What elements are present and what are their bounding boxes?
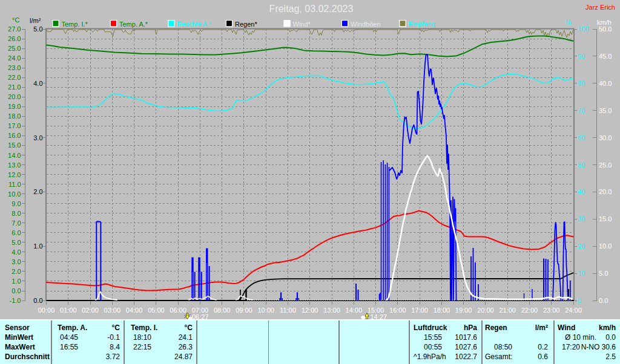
svg-text:0.0: 0.0 (599, 297, 608, 304)
svg-text:30: 30 (578, 215, 585, 223)
svg-text:5.0: 5.0 (33, 25, 42, 33)
svg-text:2.0: 2.0 (33, 188, 42, 195)
svg-text:1.0: 1.0 (33, 242, 42, 250)
svg-text:19:00: 19:00 (455, 307, 472, 314)
svg-text:24.87: 24.87 (174, 353, 193, 361)
svg-text:1027.6: 1027.6 (455, 343, 477, 351)
svg-text:0.0: 0.0 (33, 297, 42, 304)
svg-text:0.6: 0.6 (538, 353, 548, 361)
svg-text:20.0: 20.0 (599, 188, 612, 195)
svg-text:4.0: 4.0 (33, 80, 42, 87)
svg-text:10: 10 (578, 270, 585, 277)
svg-text:16:55: 16:55 (60, 343, 78, 351)
svg-text:45.0: 45.0 (599, 53, 612, 60)
svg-text:25.0: 25.0 (599, 161, 612, 169)
svg-text:26.0: 26.0 (8, 35, 21, 42)
svg-text:23:00: 23:00 (543, 307, 560, 314)
svg-text:Regen*: Regen* (235, 21, 257, 28)
svg-text:10:00: 10:00 (257, 307, 274, 314)
svg-text:10.0: 10.0 (599, 242, 612, 250)
svg-text:80: 80 (578, 80, 585, 87)
svg-text:Temp. A.: Temp. A. (58, 323, 87, 332)
svg-text:09:00: 09:00 (236, 307, 252, 314)
svg-text:17:00: 17:00 (411, 307, 428, 314)
svg-text:60: 60 (578, 134, 585, 141)
svg-text:3.0: 3.0 (33, 134, 42, 141)
svg-text:Empfang: Empfang (409, 21, 435, 28)
svg-text:Feuchte A.*: Feuchte A.* (177, 21, 213, 28)
svg-text:11:00: 11:00 (280, 307, 296, 314)
svg-text:05:00: 05:00 (148, 307, 165, 314)
svg-text:90: 90 (578, 53, 585, 60)
svg-text:00:55: 00:55 (424, 343, 442, 351)
svg-text:15:55: 15:55 (424, 333, 442, 342)
svg-text:18:10: 18:10 (133, 333, 151, 342)
svg-text:27.0: 27.0 (8, 25, 21, 33)
svg-text:Temp. A.*: Temp. A.* (119, 21, 148, 28)
svg-text:0: 0 (578, 297, 581, 304)
svg-text:19.0: 19.0 (8, 103, 21, 110)
svg-text:%: % (566, 19, 572, 26)
svg-text:21.0: 21.0 (8, 83, 21, 91)
svg-text:12:00: 12:00 (302, 307, 318, 314)
svg-text:1.0: 1.0 (12, 278, 21, 285)
svg-text:Gesamt:: Gesamt: (485, 353, 512, 361)
svg-text:Windböen: Windböen (351, 21, 381, 28)
svg-text:0.0: 0.0 (605, 333, 616, 342)
svg-text:Wind*: Wind* (293, 21, 311, 28)
svg-text:20: 20 (578, 242, 585, 250)
svg-text:Freitag, 03.02.2023: Freitag, 03.02.2023 (269, 4, 354, 14)
svg-text:l/m²: l/m² (30, 17, 41, 24)
svg-text:0.0: 0.0 (12, 287, 21, 294)
svg-text:11.0: 11.0 (8, 181, 21, 188)
svg-text:18.0: 18.0 (8, 112, 21, 120)
svg-text:30.0: 30.0 (599, 134, 612, 141)
svg-text:Temp. I.*: Temp. I.* (62, 21, 88, 28)
svg-text:12.0: 12.0 (8, 171, 21, 178)
svg-text:15.0: 15.0 (599, 215, 612, 223)
svg-text:km/h: km/h (597, 19, 612, 26)
svg-text:04:00: 04:00 (126, 307, 143, 314)
svg-text:3.72: 3.72 (106, 353, 120, 361)
svg-text:16.0: 16.0 (8, 132, 21, 139)
svg-text:15.0: 15.0 (8, 141, 21, 149)
svg-text:6.0: 6.0 (12, 229, 21, 236)
svg-text:22:15: 22:15 (133, 343, 151, 351)
svg-text:00:00: 00:00 (38, 307, 55, 314)
svg-text:35.0: 35.0 (599, 107, 612, 114)
svg-text:17:20: 17:20 (562, 343, 580, 351)
svg-text:01:00: 01:00 (60, 307, 77, 314)
svg-text:5.0: 5.0 (599, 270, 608, 277)
svg-text:24:00: 24:00 (565, 307, 582, 314)
svg-text:03:00: 03:00 (104, 307, 121, 314)
svg-text:20:00: 20:00 (477, 307, 494, 314)
svg-text:Durchschnitt: Durchschnitt (5, 353, 50, 361)
svg-text:2.5: 2.5 (605, 353, 616, 361)
svg-text:Sensor: Sensor (5, 323, 30, 332)
svg-text:Luftdruck: Luftdruck (414, 323, 447, 332)
svg-text:1022.7: 1022.7 (455, 353, 477, 361)
svg-text:13.0: 13.0 (8, 161, 21, 169)
svg-text:100: 100 (578, 25, 589, 33)
svg-text:°C: °C (12, 16, 19, 24)
svg-text:13:00: 13:00 (323, 307, 340, 314)
svg-text:3.0: 3.0 (12, 258, 21, 265)
svg-text:06:27: 06:27 (192, 313, 209, 320)
svg-text:14:00: 14:00 (346, 307, 363, 314)
svg-text:08:00: 08:00 (214, 307, 231, 314)
svg-text:7.0: 7.0 (12, 219, 21, 227)
svg-text:22.0: 22.0 (8, 74, 21, 81)
svg-text:26.3: 26.3 (179, 343, 193, 351)
svg-text:Regen: Regen (485, 323, 507, 332)
svg-text:24.0: 24.0 (8, 54, 21, 62)
svg-text:MaxWert: MaxWert (5, 343, 35, 351)
svg-text:9.0: 9.0 (12, 200, 21, 207)
svg-text:50.0: 50.0 (599, 25, 612, 33)
svg-text:°C: °C (112, 323, 120, 332)
svg-text:24.1: 24.1 (179, 333, 193, 342)
svg-text:16:00: 16:00 (389, 307, 406, 314)
svg-text:-0.1: -0.1 (107, 333, 120, 342)
svg-text:14:27: 14:27 (371, 313, 388, 320)
svg-text:°C: °C (185, 323, 193, 332)
svg-text:50: 50 (578, 161, 585, 169)
